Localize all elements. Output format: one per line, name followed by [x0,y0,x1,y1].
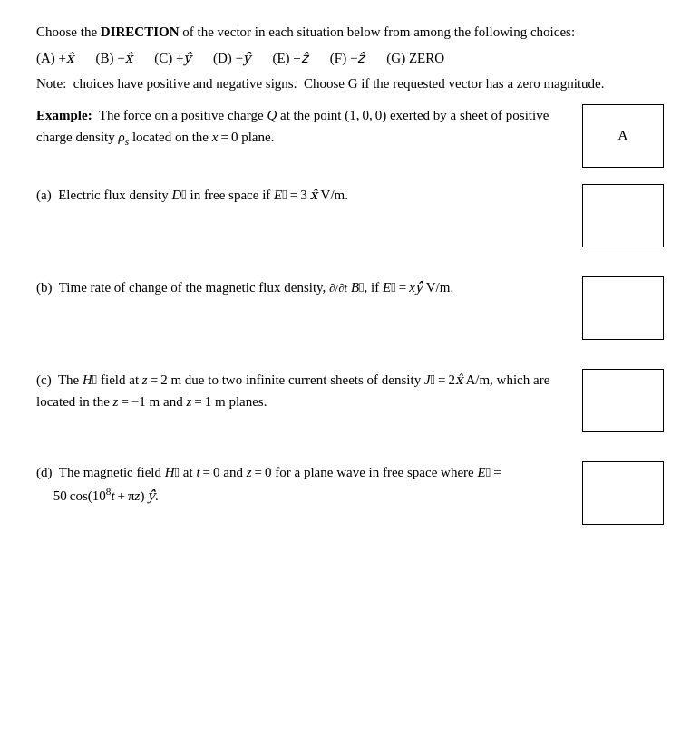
choices-row: (A) +x̂ (B) −x̂ (C) +ŷ̂ (D) −ŷ̂ (E) +ẑ (… [36,50,664,66]
question-a-text: (a) Electric flux density D⃗ in free spa… [36,184,582,206]
choice-e: (E) +ẑ [272,50,307,66]
choice-f: (F) −ẑ [330,50,365,66]
choice-b: (B) −x̂ [96,50,133,66]
question-a-block: (a) Electric flux density D⃗ in free spa… [36,184,664,247]
instruction-text: Choose the DIRECTION of the vector in ea… [36,22,664,43]
question-b-text: (b) Time rate of change of the magnetic … [36,276,582,298]
choice-c: (C) +ŷ̂ [154,50,191,66]
note-text: Note: choices have positive and negative… [36,73,664,94]
question-b-block: (b) Time rate of change of the magnetic … [36,276,664,340]
example-block: Example: The force on a positive charge … [36,104,664,168]
choice-g: (G) ZERO [386,51,444,66]
choice-d: (D) −ŷ̂ [213,50,251,66]
example-answer-label: A [618,125,628,146]
question-a-answer-box[interactable] [582,184,664,247]
example-answer-box[interactable]: A [582,104,664,168]
question-b-answer-box[interactable] [582,276,664,340]
question-d-answer-box[interactable] [582,461,664,525]
question-d-block: (d) The magnetic field H⃗ at t = 0 and z… [36,461,664,525]
question-c-answer-box[interactable] [582,369,664,432]
choice-a: (A) +x̂ [36,50,74,66]
question-d-text: (d) The magnetic field H⃗ at t = 0 and z… [36,461,582,507]
question-c-text: (c) The H⃗ field at z = 2 m due to two i… [36,369,582,412]
question-c-block: (c) The H⃗ field at z = 2 m due to two i… [36,369,664,432]
